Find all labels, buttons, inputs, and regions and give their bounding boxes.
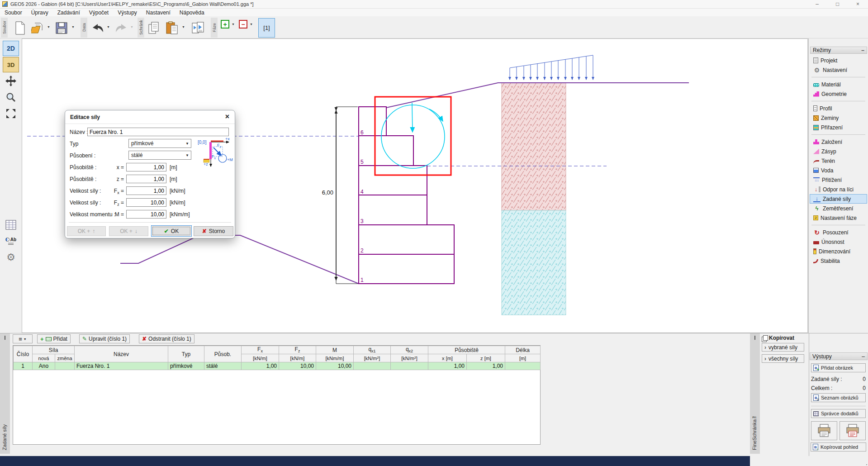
sidebar-item-nastaveni[interactable]: Nastavení [810,65,867,75]
table-row[interactable]: 1 Ano Fuerza Nro. 1 přímkové stálé 1,00 … [14,362,541,370]
collapse-handle-icon[interactable] [5,336,5,340]
divider [811,406,866,406]
sidebar-item-pritizeni[interactable]: Přitížení [810,175,867,185]
sidebar-item-zasyp[interactable]: Zásyp [810,147,867,156]
fit-view-button[interactable] [3,106,19,121]
menu-soubor[interactable]: Soubor [0,10,27,16]
sidebar-item-geometrie[interactable]: Geometrie [810,89,867,99]
sidebar-item-zemetreseni[interactable]: Zemětřesení [810,204,867,213]
plus-icon: + [40,336,44,342]
view-3d-button[interactable]: 3D [3,57,19,72]
remove-phase-dropdown[interactable]: ▼ [250,23,253,26]
check-icon: ✔ [164,228,169,234]
zoom-button[interactable] [3,90,19,105]
open-dropdown[interactable]: ▼ [47,25,50,29]
copy-view-button[interactable] [190,19,206,37]
copy-view-panel-button[interactable]: B↓ Kopírovat pohled [811,442,866,452]
menu-napoveda[interactable]: Nápověda [175,10,209,16]
collapse-modes-icon[interactable]: – [861,47,864,53]
force-x-field[interactable] [126,186,166,195]
open-file-button[interactable] [30,19,46,37]
moment-field[interactable] [126,210,166,219]
phase-1-button[interactable]: [1] [258,18,275,38]
sidebar-item-posouzeni[interactable]: Posouzení [810,228,867,237]
collapse-handle-icon[interactable] [754,336,755,340]
project-icon [813,57,818,63]
view-2d-button[interactable]: 2D [3,41,19,56]
remove-force-button[interactable]: ✘ Odstranit (číslo 1) [139,334,194,343]
sidebar-item-unosnost[interactable]: Únosnost [810,237,867,247]
close-button[interactable]: × [848,0,868,9]
sidebar-item-zadane-sily[interactable]: Zadané síly [810,194,867,204]
menu-upravy[interactable]: Úpravy [27,10,53,16]
dialog-close-icon[interactable]: × [225,112,229,121]
sidebar-item-zalozeni[interactable]: Založení [810,137,867,147]
paste-dropdown[interactable]: ▼ [182,25,185,29]
axis-orientation-diagram: [0,0] +x +z Fz Fx +M [197,137,234,170]
name-label: Název : [70,129,88,135]
menu-vypocet[interactable]: Výpočet [85,10,113,16]
sidebar-item-dimenzovani[interactable]: Dimenzování [810,247,867,256]
printer-report-icon [845,424,860,437]
new-file-button[interactable] [12,19,28,37]
edit-force-button[interactable]: ✎ Upravit (číslo 1) [79,334,130,343]
list-menu-button[interactable]: ≡ ▼ [13,334,33,343]
sidebar-item-profil[interactable]: Profil [810,104,867,113]
name-field[interactable] [87,128,229,136]
table-view-button[interactable] [3,217,19,233]
sidebar-item-voda[interactable]: Voda [810,166,867,175]
undo-dropdown[interactable]: ▼ [107,25,110,29]
copy-all-forces-button[interactable]: › všechny síly [762,354,804,363]
print-report-button[interactable] [840,421,866,440]
entered-forces-count: Zadané síly :0 [811,376,866,382]
resize-grip-icon[interactable] [866,464,867,465]
undo-button[interactable] [90,19,106,37]
sidebar-item-projekt[interactable]: Projekt [810,56,867,65]
svg-text:2: 2 [360,247,364,254]
point-z-field[interactable] [126,175,166,183]
pan-button[interactable] [3,73,19,89]
sidebar-item-odpor-na-lici[interactable]: Odpor na líci [810,185,867,194]
copy-button[interactable] [146,19,162,37]
picture-list-button[interactable]: B≡ Seznam obrázků [811,393,866,402]
drawing-settings-button[interactable]: ⚙ [3,250,19,265]
addin-manager-button[interactable]: Správce dodatků [811,409,866,418]
paste-button[interactable] [164,19,180,37]
maximize-button[interactable]: □ [827,0,848,9]
sidebar-item-nastaveni-faze[interactable]: Nastavení fáze [810,213,867,223]
magnifier-icon [5,92,16,103]
force-z-field[interactable] [126,198,166,207]
add-phase-dropdown[interactable]: ▼ [232,23,235,26]
add-phase-button[interactable]: + [221,20,229,29]
cancel-button[interactable]: ✘Storno [194,226,233,236]
sidebar-item-stabilita[interactable]: Stabilita [810,256,867,266]
labels-settings-button[interactable]: Ab [3,233,19,249]
undo-icon [91,24,104,33]
ok-button[interactable]: ✔OK [151,225,192,237]
menu-zadavani[interactable]: Zadávání [53,10,85,16]
svg-text:+M: +M [227,157,233,162]
redo-button[interactable] [113,19,129,37]
print-button[interactable] [811,421,837,440]
sidebar-item-teren[interactable]: Terén [810,156,867,166]
sidebar-item-zeminy[interactable]: Zeminy [810,113,867,123]
menu-vystupy[interactable]: Výstupy [113,10,142,16]
collapse-outputs-icon[interactable]: – [862,353,865,360]
svg-text:[0,0]: [0,0] [198,140,207,145]
type-select[interactable]: přímkové▼ [128,139,191,148]
sidebar-item-material[interactable]: Materiál [810,80,867,89]
copy-selected-forces-button[interactable]: › vybrané síly [762,343,804,352]
minimize-button[interactable]: – [807,0,827,9]
svg-text:+z: +z [204,162,208,166]
save-dropdown[interactable]: ▼ [71,25,75,29]
modes-panel: Režimy – Projekt Nastavení Materiál Geom… [808,38,868,333]
point-x-field[interactable] [126,163,166,171]
save-button[interactable] [53,19,70,37]
remove-phase-button[interactable]: − [239,20,247,29]
menu-nastaveni[interactable]: Nastavení [142,10,175,16]
add-picture-button[interactable]: B+ Přidat obrázek [811,363,866,372]
down-arrow-icon: ↓ [135,228,138,234]
add-force-button[interactable]: + Přidat [37,334,71,343]
action-select[interactable]: stálé▼ [128,151,191,160]
sidebar-item-prirazeni[interactable]: Přiřazení [810,123,867,132]
